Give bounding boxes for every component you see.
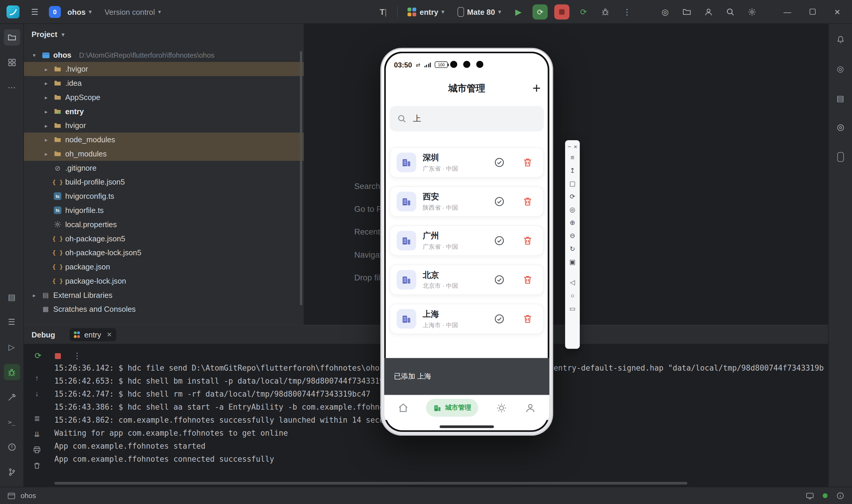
- home-nav-icon[interactable]: ○: [567, 289, 578, 302]
- structure-tool-icon[interactable]: [3, 54, 20, 71]
- minibar-menu-icon[interactable]: ≡: [567, 151, 578, 164]
- minibar-close-icon[interactable]: ×: [574, 144, 578, 150]
- tree-item-appscope[interactable]: ▸ AppScope: [24, 90, 304, 104]
- profile-tab[interactable]: [525, 402, 536, 414]
- select-city-button[interactable]: [493, 313, 505, 325]
- debug-tool-icon[interactable]: [3, 364, 20, 380]
- run-config-selector[interactable]: entry ▾: [404, 5, 448, 18]
- tree-item-build-profile[interactable]: { } build-profile.json5: [24, 175, 304, 189]
- chevron-collapsed-icon[interactable]: ▸: [31, 292, 38, 298]
- clear-console-icon[interactable]: [32, 460, 42, 471]
- tab-close-icon[interactable]: ✕: [107, 331, 112, 339]
- locate-icon[interactable]: ◎: [567, 203, 578, 216]
- debug-more-icon[interactable]: ⋮: [72, 350, 83, 361]
- stop-button[interactable]: [554, 4, 569, 19]
- project-panel-header[interactable]: Project ▾: [24, 24, 304, 45]
- chevron-collapsed-icon[interactable]: ▸: [42, 66, 50, 72]
- minimize-button[interactable]: —: [778, 0, 796, 23]
- volume-up-icon[interactable]: ⊕: [567, 216, 578, 229]
- notifications-bell-icon[interactable]: [832, 32, 849, 48]
- tree-item-hvigor[interactable]: ▸ hvigor: [24, 118, 304, 132]
- info-icon[interactable]: [836, 491, 845, 500]
- settings-gear-icon[interactable]: [744, 4, 759, 19]
- tree-item-hvigorfile[interactable]: ts hvigorfile.ts: [24, 203, 304, 217]
- tree-item-oh-package[interactable]: { } oh-package.json5: [24, 231, 304, 246]
- chevron-collapsed-icon[interactable]: ▸: [42, 94, 50, 100]
- minibar-minimize-icon[interactable]: −: [568, 144, 571, 150]
- city-search-input[interactable]: 上: [389, 106, 544, 131]
- chevron-collapsed-icon[interactable]: ▸: [42, 137, 50, 143]
- tree-item-package-json[interactable]: { } package.json: [24, 260, 304, 274]
- tree-item-hvigor-dir[interactable]: ▸ .hvigor: [24, 62, 304, 76]
- device-mirror-icon[interactable]: [832, 149, 849, 165]
- version-control-selector[interactable]: Version control ▾: [102, 5, 164, 18]
- tree-item-scratches[interactable]: ▦ Scratches and Consoles: [24, 302, 304, 316]
- delete-city-button[interactable]: [522, 274, 533, 286]
- codelinter-icon[interactable]: ◎: [832, 61, 849, 77]
- city-card[interactable]: 北京 北京市 · 中国: [389, 265, 544, 295]
- scroll-to-end-icon[interactable]: ⇊: [32, 429, 42, 439]
- project-scrollbar[interactable]: [300, 51, 302, 306]
- problems-tool-icon[interactable]: [3, 439, 20, 455]
- tab-entry[interactable]: entry ✕: [69, 328, 116, 341]
- commit-tool-icon[interactable]: ▤: [3, 289, 20, 305]
- console-horizontal-scrollbar[interactable]: [54, 482, 688, 485]
- tree-item-package-lock-json[interactable]: { } package-lock.json: [24, 274, 304, 288]
- text-tool-icon[interactable]: T|: [376, 4, 391, 19]
- tree-item-oh-modules[interactable]: ▸ oh_modules: [24, 147, 304, 161]
- select-city-button[interactable]: [493, 157, 505, 168]
- recents-nav-icon[interactable]: ▭: [567, 302, 578, 315]
- search-icon[interactable]: [723, 4, 738, 19]
- weather-tab[interactable]: [495, 402, 507, 414]
- delete-city-button[interactable]: [522, 313, 533, 325]
- home-indicator[interactable]: [440, 425, 494, 428]
- maximize-button[interactable]: [803, 0, 821, 23]
- more-actions-icon[interactable]: ⋮: [619, 4, 635, 19]
- screenshot-icon[interactable]: ▢: [567, 177, 578, 190]
- multi-window-icon[interactable]: ▣: [567, 255, 578, 268]
- soft-wrap-icon[interactable]: ≣: [32, 413, 42, 424]
- dependencies-icon[interactable]: ▤: [832, 90, 849, 107]
- tree-item-oh-package-lock[interactable]: { } oh-package-lock.json5: [24, 246, 304, 260]
- debug-panel-title[interactable]: Debug: [32, 330, 55, 339]
- tree-item-external-libraries[interactable]: ▸ ▤ External Libraries: [24, 288, 304, 302]
- delete-city-button[interactable]: [522, 157, 533, 168]
- tree-item-node-modules[interactable]: ▸ node_modules: [24, 132, 304, 147]
- stop-process-icon[interactable]: [52, 350, 63, 361]
- chevron-collapsed-icon[interactable]: ▸: [42, 108, 50, 114]
- assistant-icon[interactable]: [832, 120, 849, 136]
- chevron-collapsed-icon[interactable]: ▸: [42, 151, 50, 157]
- status-project-label[interactable]: ohos: [21, 491, 36, 500]
- scroll-top-icon[interactable]: ↥: [567, 164, 578, 177]
- run-button[interactable]: ▶: [511, 4, 526, 19]
- back-nav-icon[interactable]: ◁: [567, 276, 578, 289]
- print-icon[interactable]: [32, 444, 42, 455]
- add-city-button[interactable]: +: [532, 78, 541, 98]
- scroll-down-icon[interactable]: ↓: [32, 388, 42, 399]
- tree-item-gitignore[interactable]: ⊘ .gitignore: [24, 161, 304, 175]
- sync-icon[interactable]: ↻: [567, 242, 578, 255]
- device-manager-icon[interactable]: ◎: [657, 4, 672, 19]
- select-city-button[interactable]: [493, 235, 505, 246]
- build-tool-icon[interactable]: [3, 389, 20, 405]
- account-icon[interactable]: [701, 4, 716, 19]
- city-card[interactable]: 上海 上海市 · 中国: [389, 304, 544, 334]
- rerun-debug-icon[interactable]: ⟳: [33, 350, 43, 361]
- project-structure-icon[interactable]: [679, 4, 694, 19]
- project-selector[interactable]: ohos ▾: [64, 5, 95, 18]
- city-management-tab[interactable]: 城市管理: [426, 399, 478, 417]
- more-tools-icon[interactable]: ⋯: [3, 79, 20, 95]
- screen-mirror-icon[interactable]: [806, 491, 814, 500]
- rerun-button[interactable]: ⟳: [576, 4, 591, 19]
- chevron-expanded-icon[interactable]: ▾: [31, 52, 38, 58]
- delete-city-button[interactable]: [522, 196, 533, 207]
- version-control-tool-icon[interactable]: [3, 464, 20, 480]
- select-city-button[interactable]: [493, 196, 505, 207]
- tree-item-entry[interactable]: ▸ entry: [24, 104, 304, 119]
- tree-item-idea[interactable]: ▸ .idea: [24, 76, 304, 90]
- services-tool-icon[interactable]: ▷: [3, 339, 20, 355]
- chevron-collapsed-icon[interactable]: ▸: [42, 80, 50, 86]
- tree-root-row[interactable]: ▾ ohos D:\AtomGitRepo\flutterforoh\ffohn…: [24, 48, 304, 62]
- scroll-up-icon[interactable]: ↑: [32, 372, 42, 383]
- select-city-button[interactable]: [493, 274, 505, 286]
